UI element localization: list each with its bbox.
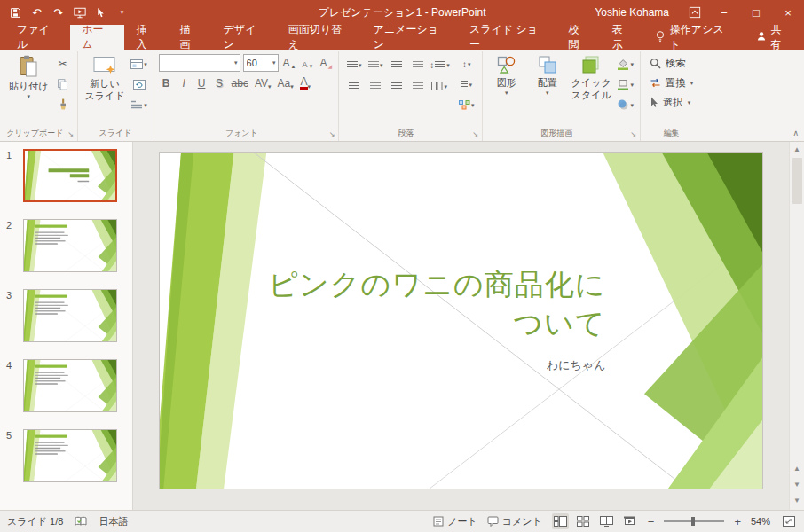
save-icon[interactable] [9, 6, 22, 20]
tab-draw[interactable]: 描画 [169, 25, 212, 50]
line-spacing-button[interactable]: ↕▾ [430, 56, 450, 74]
tab-file[interactable]: ファイル [5, 25, 70, 50]
ribbon-display-options-icon[interactable] [682, 0, 708, 25]
font-dialog-launcher-icon[interactable]: ↘ [327, 130, 336, 139]
section-button[interactable]: ▾ [130, 96, 149, 113]
thumbnail-item-3[interactable]: 3 [0, 289, 132, 342]
scrollbar-thumb[interactable] [792, 158, 802, 204]
quick-styles-button[interactable]: クイック スタイル [568, 52, 615, 101]
slide-indicator[interactable]: スライド 1/8 [7, 515, 63, 528]
format-painter-button[interactable] [53, 96, 73, 113]
columns-button[interactable]: ▾ [430, 77, 449, 95]
increase-indent-button[interactable] [408, 56, 428, 74]
cut-button[interactable]: ✂ [53, 55, 73, 73]
zoom-out-button[interactable]: − [648, 515, 655, 528]
collapse-ribbon-icon[interactable]: ∧ [792, 129, 799, 137]
clipboard-dialog-launcher-icon[interactable]: ↘ [67, 130, 75, 139]
paragraph-dialog-launcher-icon[interactable]: ↘ [471, 130, 480, 139]
thumbnail-slide-1[interactable] [23, 149, 117, 202]
zoom-slider-thumb[interactable] [691, 517, 695, 526]
new-slide-button[interactable]: 新しい スライド [82, 52, 129, 102]
vertical-scrollbar[interactable]: ▲ ▲ ▼ ▼ [789, 142, 804, 510]
font-size-select[interactable]: ▾ [243, 54, 279, 72]
tab-view[interactable]: 表示 [601, 25, 644, 50]
thumbnail-slide-4[interactable] [23, 359, 117, 412]
slide-sorter-view-button[interactable] [575, 513, 592, 529]
shapes-button[interactable]: 図形 ▾ [486, 52, 527, 97]
thumbnail-slide-2[interactable] [23, 219, 117, 272]
next-slide-button[interactable]: ▼ [793, 480, 800, 490]
zoom-in-button[interactable]: + [734, 515, 741, 528]
zoom-level[interactable]: 54% [751, 516, 770, 527]
start-slideshow-icon[interactable] [73, 6, 86, 20]
shape-effects-button[interactable]: ▾ [616, 96, 635, 113]
thumbnail-slide-5[interactable] [23, 429, 117, 482]
slide-canvas[interactable]: ピンクのワニの商品化に ついて わにちゃん [133, 142, 789, 510]
align-center-button[interactable] [366, 77, 385, 95]
zoom-slider[interactable] [664, 520, 724, 522]
tab-transitions[interactable]: 画面切り替え [277, 25, 362, 50]
strikethrough-button[interactable]: abc [230, 75, 250, 91]
redo-icon[interactable]: ↷ [51, 6, 65, 20]
thumbnail-item-2[interactable]: 2 [0, 219, 132, 272]
shape-fill-button[interactable]: ▾ [616, 55, 635, 73]
slide-subtitle-text[interactable]: わにちゃん [547, 357, 606, 373]
change-case-button[interactable]: Aa▾ [276, 75, 296, 91]
scroll-up-button[interactable]: ▲ [793, 145, 800, 155]
tab-slideshow[interactable]: スライド ショー [458, 25, 557, 50]
tab-review[interactable]: 校閲 [557, 25, 601, 50]
text-shadow-button[interactable]: S [212, 75, 227, 91]
undo-icon[interactable]: ↶ [30, 6, 43, 20]
slideshow-view-button[interactable] [621, 513, 638, 529]
character-spacing-button[interactable]: AV▾ [253, 75, 273, 91]
thumbnail-item-4[interactable]: 4 [0, 359, 132, 412]
language-button[interactable]: 日本語 [99, 515, 128, 528]
spell-check-button[interactable] [75, 516, 87, 527]
tab-design[interactable]: デザイン [212, 25, 277, 50]
bold-button[interactable]: B [159, 75, 174, 91]
justify-button[interactable] [408, 77, 428, 95]
slide-editor[interactable]: ピンクのワニの商品化に ついて わにちゃん [160, 153, 762, 489]
font-size-input[interactable] [247, 58, 271, 68]
share-button[interactable]: 共有 [743, 25, 804, 50]
chevron-down-icon[interactable]: ▾ [233, 59, 238, 66]
touch-mode-icon[interactable] [94, 6, 107, 20]
tab-home[interactable]: ホーム [70, 25, 124, 50]
align-text-button[interactable]: ▾ [457, 75, 477, 93]
scroll-down-button[interactable]: ▼ [793, 496, 800, 506]
tell-me-box[interactable]: 操作アシスト [644, 25, 743, 50]
tab-insert[interactable]: 挿入 [124, 25, 168, 50]
close-button[interactable]: × [772, 0, 804, 25]
text-direction-button[interactable]: ↕▾ [457, 55, 477, 73]
font-color-button[interactable]: A▾ [298, 75, 313, 91]
select-button[interactable]: 選択 ▾ [646, 93, 698, 111]
replace-button[interactable]: 置換 ▾ [646, 74, 698, 91]
copy-button[interactable] [53, 75, 73, 93]
reset-slide-button[interactable] [130, 75, 149, 93]
paste-button[interactable]: 貼り付け ▾ [5, 52, 52, 100]
previous-slide-button[interactable]: ▲ [793, 464, 800, 474]
drawing-dialog-launcher-icon[interactable]: ↘ [629, 130, 638, 139]
find-button[interactable]: 検索 [646, 54, 698, 72]
font-name-select[interactable]: ▾ [159, 54, 240, 72]
shrink-font-button[interactable]: A▼ [301, 55, 316, 71]
minimize-button[interactable]: − [708, 0, 740, 25]
slide-title-text[interactable]: ピンクのワニの商品化に ついて [268, 265, 605, 342]
arrange-button[interactable]: 配置 ▾ [527, 52, 568, 97]
italic-button[interactable]: I [177, 75, 192, 91]
fit-slide-to-window-button[interactable] [780, 513, 797, 529]
maximize-button[interactable]: □ [740, 0, 772, 25]
reading-view-button[interactable] [598, 513, 615, 529]
font-name-input[interactable] [162, 58, 233, 68]
layout-button[interactable]: ▾ [130, 55, 149, 73]
thumbnail-item-5[interactable]: 5 [0, 429, 132, 482]
thumbnail-slide-3[interactable] [23, 289, 117, 342]
account-user-name[interactable]: Yoshie Kohama [595, 6, 669, 19]
tab-animations[interactable]: アニメーション [362, 25, 458, 50]
decrease-indent-button[interactable] [387, 56, 406, 74]
numbering-button[interactable]: ▾ [366, 56, 385, 74]
thumbnail-item-1[interactable]: 1 [0, 149, 132, 202]
comments-button[interactable]: コメント [487, 515, 542, 528]
align-right-button[interactable] [387, 77, 406, 95]
convert-to-smartart-button[interactable]: ▾ [457, 96, 477, 113]
